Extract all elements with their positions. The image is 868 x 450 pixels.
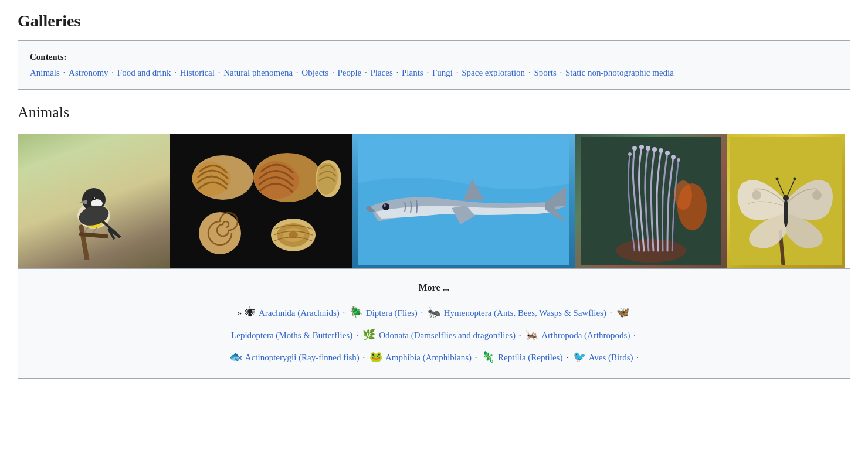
toc-link-natural[interactable]: Natural phenomena <box>223 68 293 77</box>
link-reptilia[interactable]: Reptilia (Reptiles) <box>498 353 562 362</box>
link-odonata[interactable]: Odonata (Damselflies and dragonflies) <box>379 330 516 340</box>
table-of-contents: Contents: Animals · Astronomy · Food and… <box>18 40 850 90</box>
svg-point-31 <box>628 152 632 156</box>
svg-point-30 <box>671 155 676 159</box>
toc-label: Contents: <box>30 52 67 62</box>
svg-point-42 <box>794 178 796 180</box>
amphibia-icon: 🐸 <box>369 351 382 363</box>
svg-point-39 <box>784 198 788 227</box>
more-arrow: » <box>238 308 244 318</box>
link-amphibia[interactable]: Amphibia (Amphibians) <box>385 353 472 362</box>
page-title: Galleries <box>18 12 850 33</box>
arachnida-icon: 🕷 <box>245 306 256 318</box>
svg-point-6 <box>92 197 96 200</box>
link-actinopterygii[interactable]: Actinopterygii (Ray-finned fish) <box>245 353 360 362</box>
animals-section: Animals <box>18 104 850 379</box>
hymenoptera-icon: 🐜 <box>428 306 440 318</box>
svg-point-27 <box>652 147 657 152</box>
svg-point-32 <box>677 158 680 162</box>
svg-point-26 <box>646 146 650 151</box>
toc-link-static[interactable]: Static non-photographic media <box>565 68 674 77</box>
link-aves[interactable]: Aves (Birds) <box>589 353 633 362</box>
link-arachnida[interactable]: Arachnida (Arachnids) <box>259 308 340 318</box>
link-arthropoda[interactable]: Arthropoda (Arthropods) <box>541 330 630 340</box>
toc-link-astronomy[interactable]: Astronomy <box>69 68 108 77</box>
gallery-image-anemone[interactable] <box>575 134 727 268</box>
animals-more-box: More ... » 🕷 Arachnida (Arachnids) · 🪲 D… <box>18 268 850 379</box>
anemone-svg <box>581 137 721 265</box>
toc-link-people[interactable]: People <box>337 68 361 77</box>
arthropoda-icon: 🦗 <box>525 329 538 340</box>
link-lepidoptera[interactable]: Lepidoptera (Moths & Butterflies) <box>231 330 352 340</box>
link-diptera[interactable]: Diptera (Flies) <box>366 308 418 318</box>
toc-link-places[interactable]: Places <box>370 68 392 77</box>
svg-point-38 <box>812 190 822 200</box>
animals-section-title: Animals <box>18 104 850 124</box>
svg-point-37 <box>752 190 761 200</box>
svg-point-25 <box>639 145 644 149</box>
svg-point-29 <box>665 151 670 155</box>
toc-link-food[interactable]: Food and drink <box>117 68 171 77</box>
svg-point-20 <box>382 203 389 210</box>
svg-point-21 <box>384 204 386 207</box>
svg-line-9 <box>84 227 88 233</box>
gallery-image-butterfly[interactable] <box>727 134 845 268</box>
subcategory-row-3: 🐟 Actinopterygii (Ray-finned fish) · 🐸 A… <box>30 346 838 367</box>
odonata-icon: 🌿 <box>362 329 375 340</box>
reptilia-icon: 🦎 <box>482 351 494 363</box>
toc-link-space[interactable]: Space exploration <box>462 68 525 77</box>
svg-rect-0 <box>79 224 90 260</box>
svg-point-28 <box>659 148 663 153</box>
toc-link-historical[interactable]: Historical <box>180 68 215 77</box>
toc-link-animals[interactable]: Animals <box>30 68 60 77</box>
lepidoptera-butterfly-icon: 🦋 <box>616 306 629 318</box>
aves-icon: 🐦 <box>573 351 586 363</box>
svg-point-34 <box>674 180 692 210</box>
shark-svg <box>358 137 569 265</box>
toc-link-fungi[interactable]: Fungi <box>432 68 453 77</box>
gallery-image-bird[interactable] <box>18 134 170 268</box>
shells-svg <box>179 137 343 265</box>
subcategory-row-1: » 🕷 Arachnida (Arachnids) · 🪲 Diptera (F… <box>30 302 838 323</box>
gallery-image-shells[interactable] <box>170 134 352 268</box>
toc-link-objects[interactable]: Objects <box>301 68 328 77</box>
gallery-image-shark[interactable] <box>352 134 575 268</box>
subcategory-row-2: Lepidoptera (Moths & Butterflies) · 🌿 Od… <box>30 324 838 345</box>
svg-point-24 <box>632 146 637 151</box>
svg-point-40 <box>783 195 789 201</box>
more-title: More ... <box>30 278 838 297</box>
animals-image-gallery <box>18 134 850 268</box>
link-hymenoptera[interactable]: Hymenoptera (Ants, Bees, Wasps & Sawflie… <box>444 308 606 318</box>
bird-svg <box>47 142 141 260</box>
butterfly-svg <box>730 137 842 265</box>
actinopterygii-icon: 🐟 <box>229 351 242 363</box>
diptera-icon: 🪲 <box>350 306 362 318</box>
toc-link-plants[interactable]: Plants <box>402 68 423 77</box>
svg-point-41 <box>776 178 779 180</box>
toc-link-sports[interactable]: Sports <box>534 68 556 77</box>
svg-point-23 <box>616 239 686 262</box>
svg-point-7 <box>94 197 95 199</box>
